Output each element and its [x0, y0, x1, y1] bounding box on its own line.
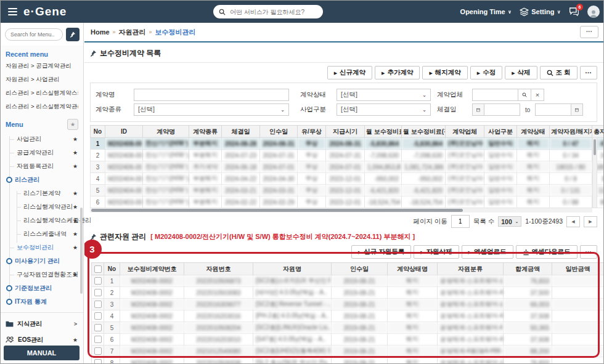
column-header[interactable]: 월 보수정비료: [365, 126, 402, 138]
sidebar-item-리스관리[interactable]: 리스관리: [1, 173, 83, 187]
table-row[interactable]: 6M202403-0001전산기기(H/W 및 S..부분해지2024-02-2…: [91, 196, 604, 208]
recent-menu-item[interactable]: 리스관리 > 리스실행계약스케줄관리: [6, 89, 78, 97]
menu-search-input[interactable]: [5, 28, 63, 41]
action-button-추가계약[interactable]: ▶추가계약: [375, 66, 420, 79]
action-button-자원삭제[interactable]: ▶자원삭제: [414, 245, 459, 259]
calendar-icon[interactable]: [571, 103, 583, 116]
setting-menu[interactable]: Setting ∨: [520, 7, 561, 17]
sidebar-item-구성자원연결현황조회[interactable]: 구성자원연결현황조회★: [1, 268, 83, 281]
sidebar-item-사업관리[interactable]: 사업관리★: [1, 132, 83, 146]
column-header[interactable]: 지급시기: [326, 126, 365, 138]
sidebar-item-리스스케줄내역[interactable]: 리스스케줄내역★: [1, 227, 83, 241]
search-submit-button[interactable]: 조 회: [540, 66, 577, 79]
sidebar-item-공급계약관리[interactable]: 공급계약관리★: [1, 146, 83, 160]
global-search[interactable]: [213, 5, 323, 18]
action-button-신규 자원등록[interactable]: ▶신규 자원등록: [351, 245, 411, 259]
recent-menu-item[interactable]: 리스관리 > 리스실행계약관리: [6, 103, 78, 111]
table-row[interactable]: 7M202408-00022021012549080[SC2층]UHD(2)(통…: [92, 346, 604, 357]
sidebar-pin-button[interactable]: [66, 28, 80, 41]
breadcrumb-item[interactable]: 자원관리: [119, 28, 146, 37]
select-all-header[interactable]: [92, 263, 104, 275]
column-header[interactable]: 자원번호: [184, 263, 253, 275]
calendar-icon[interactable]: [472, 103, 484, 116]
star-icon[interactable]: ★: [73, 190, 78, 196]
sidebar-item-지식관리[interactable]: 지식관리>: [6, 316, 78, 332]
action-button-신규계약[interactable]: ▶신규계약: [327, 66, 372, 79]
table-row[interactable]: 3M202406-0001전산기기(H/W 및 S..추가계약2024-06-1…: [91, 161, 604, 173]
table-row[interactable]: 1M202408-00022022010506873[SC2층]스위치(UX 무…: [92, 275, 604, 287]
sidebar-item-미사용기기 관리[interactable]: 미사용기기 관리: [1, 254, 83, 268]
star-icon[interactable]: ★: [73, 217, 78, 224]
sidebar-item-리스기본계약[interactable]: 리스기본계약★: [1, 187, 83, 200]
recent-menu-item[interactable]: 자원관리 > 사업관리: [6, 76, 78, 84]
breadcrumb-more-button[interactable]: ···: [580, 26, 598, 38]
column-header[interactable]: 계약상태명: [388, 263, 438, 275]
global-search-input[interactable]: [229, 8, 317, 16]
recent-menu-item[interactable]: 자원관리 > 공급계약관리: [6, 62, 78, 70]
checkbox[interactable]: [94, 301, 102, 308]
column-header[interactable]: 계약자원/해지자원: [550, 126, 592, 138]
sign-date-from-input[interactable]: [484, 103, 520, 116]
checkbox[interactable]: [94, 336, 102, 343]
checkbox[interactable]: [94, 347, 102, 355]
vertical-scrollbar[interactable]: [592, 137, 597, 208]
table-row[interactable]: 2M202408-00022022010503083[제어반] 4.0.05y(…: [92, 287, 604, 299]
sidebar-scrollbar[interactable]: [80, 208, 83, 294]
app-logo[interactable]: e·Gene: [23, 5, 67, 18]
prev-page-button[interactable]: ◀: [566, 216, 580, 227]
table-row[interactable]: 4M202404-0002전산기기(H/W 및 S..부분해지2024-04-2…: [91, 173, 604, 185]
next-page-button[interactable]: ▶: [584, 216, 597, 227]
column-header[interactable]: 일반금액: [552, 263, 604, 275]
column-header[interactable]: 자원분류: [438, 263, 504, 275]
column-header[interactable]: 사업구분: [484, 126, 517, 138]
action-button-엑셀업로드[interactable]: ▶엑셀업로드: [462, 245, 513, 259]
sign-date-to-input[interactable]: [535, 103, 571, 116]
star-icon[interactable]: ★: [73, 245, 78, 251]
section2-more-button[interactable]: ···: [580, 245, 598, 259]
contract-status-select[interactable]: [선택] ⌄: [337, 89, 431, 101]
star-icon[interactable]: ★: [73, 272, 78, 278]
column-header[interactable]: No: [91, 126, 105, 138]
avatar[interactable]: [587, 6, 600, 18]
sidebar-item-리스실행계약스케줄관리[interactable]: 리스실행계약스케줄관리★: [1, 214, 83, 227]
column-header[interactable]: 합계금액: [504, 263, 552, 275]
star-icon[interactable]: ★: [73, 231, 78, 237]
checkbox[interactable]: [94, 265, 102, 273]
contract-vendor-input[interactable]: [472, 89, 518, 101]
column-header[interactable]: 자원명: [253, 263, 332, 275]
star-icon[interactable]: ★: [73, 204, 78, 210]
column-header[interactable]: 인수일: [332, 263, 388, 275]
section1-more-button[interactable]: ···: [580, 66, 598, 79]
manual-button[interactable]: MANUAL: [4, 346, 80, 360]
sidebar-item-자원등록관리[interactable]: 자원등록관리★: [1, 160, 83, 173]
checkbox[interactable]: [94, 324, 102, 331]
column-header[interactable]: 인수일: [260, 126, 298, 138]
star-icon[interactable]: ★: [73, 337, 78, 343]
vendor-search-button[interactable]: [518, 89, 531, 101]
contract-name-input[interactable]: [134, 89, 289, 101]
star-icon[interactable]: ★: [73, 136, 78, 142]
checkbox[interactable]: [94, 277, 102, 285]
action-button-해지계약[interactable]: ▶해지계약: [422, 66, 467, 79]
table-row[interactable]: 3M202408-00022022016309077[SC2층] Reverse…: [92, 299, 604, 310]
hamburger-icon[interactable]: [8, 6, 17, 17]
table-row[interactable]: 5M202404-0001전산기기(H/W 및 S..부분해지2024-03-2…: [91, 185, 604, 196]
excel-download-button[interactable]: 엑셀다운로드: [516, 245, 577, 259]
column-header[interactable]: 체결일: [222, 126, 260, 138]
contract-type-select[interactable]: [선택] ⌄: [134, 103, 289, 116]
vendor-clear-button[interactable]: ×: [531, 89, 544, 101]
sidebar-item-기준정보관리[interactable]: 기준정보관리: [1, 281, 83, 295]
opening-time-menu[interactable]: Opening Time ∨: [460, 8, 512, 15]
sidebar-item-리스실행계약관리[interactable]: 리스실행계약관리★: [1, 200, 83, 214]
business-type-select[interactable]: [선택] ⌄: [337, 103, 431, 116]
checkbox[interactable]: [94, 312, 102, 320]
page-size-select[interactable]: 100 ⌄: [498, 216, 521, 227]
column-header[interactable]: ID: [105, 126, 143, 138]
column-header[interactable]: 계약업체: [446, 126, 484, 138]
star-icon[interactable]: ★: [73, 163, 78, 169]
table-row[interactable]: 5M202408-00022022010508204[SC2층](LINUX)O…: [92, 322, 604, 334]
favorite-filter-button[interactable]: ★: [67, 119, 78, 130]
column-header[interactable]: 총자원수: [592, 126, 604, 138]
column-header[interactable]: 월 보수정비료(구분): [402, 126, 446, 138]
page-input[interactable]: [451, 215, 470, 228]
